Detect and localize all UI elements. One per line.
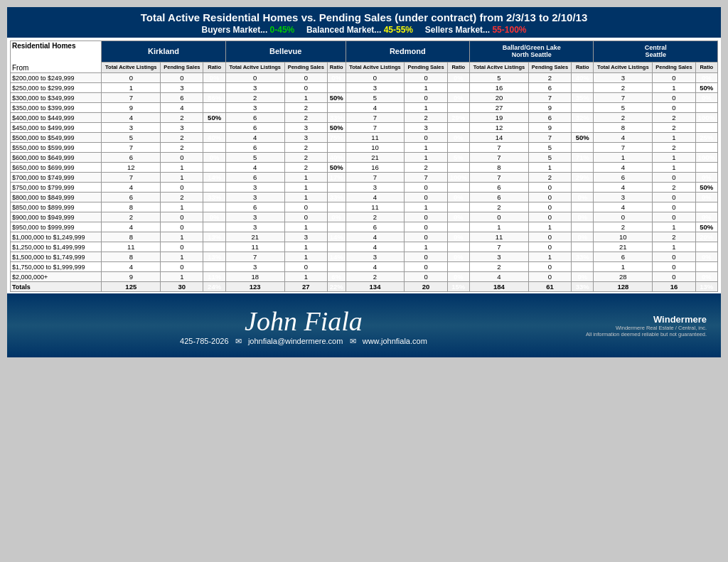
table-cell: 67% [327,103,346,113]
table-cell: $350,000 to $399,999 [11,103,102,113]
table-cell: 5% [695,242,717,252]
table-cell: 50% [695,183,717,193]
table-cell: 6 [225,202,284,212]
table-cell: 0 [528,183,571,193]
table-cell: 2 [284,163,327,173]
table-cell: 11 [469,232,528,242]
table-cell: 29% [695,143,717,153]
table-cell: 3 [161,123,203,133]
table-cell: 0 [594,212,653,222]
table-cell: 0 [528,242,571,252]
table-cell: 1 [284,222,327,232]
table-cell: 0% [327,73,346,83]
ballard-header: Ballard/Green LakeNorth Seattle [469,41,593,63]
table-cell: 7 [469,153,528,163]
table-cell: 25% [695,123,717,133]
balanced-label: Balanced Market... [306,25,381,35]
table-row: $850,000 to $899,9998113%600%1119%200%40… [11,202,718,212]
table-cell: 2 [528,73,571,83]
table-cell: 1 [161,272,203,282]
page-title: Total Active Residential Homes vs. Pendi… [10,11,718,23]
table-cell: 13% [203,252,225,262]
table-cell: 4 [346,232,405,242]
table-cell: 38% [572,83,594,93]
table-row: $650,000 to $699,9991218%4250%16213%8113… [11,163,718,173]
table-cell: 3 [346,252,405,262]
table-cell: 0 [346,73,405,83]
table-cell: 1 [284,252,327,262]
table-cell: 2 [653,232,695,242]
table-cell: 13% [203,202,225,212]
table-cell: 7 [346,113,405,123]
table-cell: 2 [594,83,653,93]
table-row: $550,000 to $599,9997229%6233%10110%7571… [11,143,718,153]
table-cell: 71% [572,153,594,163]
table-cell: 0 [469,212,528,222]
table-cell: 1 [405,242,447,252]
table-cell: 7 [405,173,447,183]
table-cell: $750,000 to $799,999 [11,183,102,193]
table-cell: 8 [469,163,528,173]
footer-left: John Fiala 425-785-2026 ✉ johnfiala@wind… [21,306,586,346]
table-cell: 0 [405,232,447,242]
table-cell: 32% [572,113,594,123]
table-cell: 0 [225,73,284,83]
table-cell: 2 [161,133,203,143]
table-cell: 0 [161,73,203,83]
table-cell: 5 [469,73,528,83]
totals-cell: 22% [327,282,346,292]
table-cell: 2 [161,113,203,123]
table-cell: $450,000 to $499,999 [11,123,102,133]
table-cell: 8 [102,252,161,262]
table-cell: 0% [572,242,594,252]
table-cell: 0% [572,212,594,222]
table-row: $250,000 to $299,99913300%300%3133%16638… [11,83,718,93]
table-cell: 0% [327,83,346,93]
table-cell: 16 [469,83,528,93]
table-cell: 0 [653,73,695,83]
table-cell: 5 [102,133,161,143]
table-cell: 0 [284,212,327,222]
table-cell: 1 [594,153,653,163]
table-cell: 33% [572,252,594,262]
table-cell: 0% [695,262,717,272]
table-cell: 6 [225,143,284,153]
r-total-header: Total Acitve Listings [346,62,405,72]
table-cell: 1 [653,242,695,252]
table-cell: 20 [469,93,528,103]
table-cell: 0% [572,183,594,193]
footer-contact: 425-785-2026 ✉ johnfiala@windermere.com … [21,337,586,346]
totals-cell: Totals [11,282,102,292]
table-cell: 6 [469,183,528,193]
table-cell: 3 [346,83,405,93]
table-cell: 14% [327,232,346,242]
table-row: $350,000 to $399,9999444%3267%4125%27933… [11,103,718,113]
table-cell: 0 [405,252,447,262]
table-cell: 4 [225,133,284,143]
table-cell: 25% [447,103,469,113]
table-cell: 2 [284,153,327,163]
table-cell: 13% [203,232,225,242]
table-cell: 0 [161,183,203,193]
table-cell: 0% [447,193,469,202]
table-cell: 6 [102,193,161,202]
table-row: $1,500,000 to $1,749,9998113%7114%300%31… [11,252,718,262]
disclaimer: All information deemed reliable but not … [586,331,707,337]
table-cell: 2 [284,143,327,153]
totals-cell: 27 [284,282,327,292]
table-cell: $300,000 to $349,999 [11,93,102,103]
company-name: Windermere [586,314,707,325]
table-cell: 7 [469,242,528,252]
table-cell: 1 [161,232,203,242]
table-cell: 0 [405,212,447,222]
table-cell: 28 [594,272,653,282]
table-cell: 0 [528,262,571,272]
table-cell: 50% [327,93,346,103]
table-cell: 50% [327,123,346,133]
table-cell: 1 [284,193,327,202]
table-row: $200,000 to $249,999000%000%000%5240%300… [11,73,718,83]
table-cell: 4 [594,133,653,143]
table-cell: 3 [346,183,405,193]
table-row: $500,000 to $549,9995240%4375%1100%14750… [11,133,718,143]
table-cell: 2 [346,272,405,282]
